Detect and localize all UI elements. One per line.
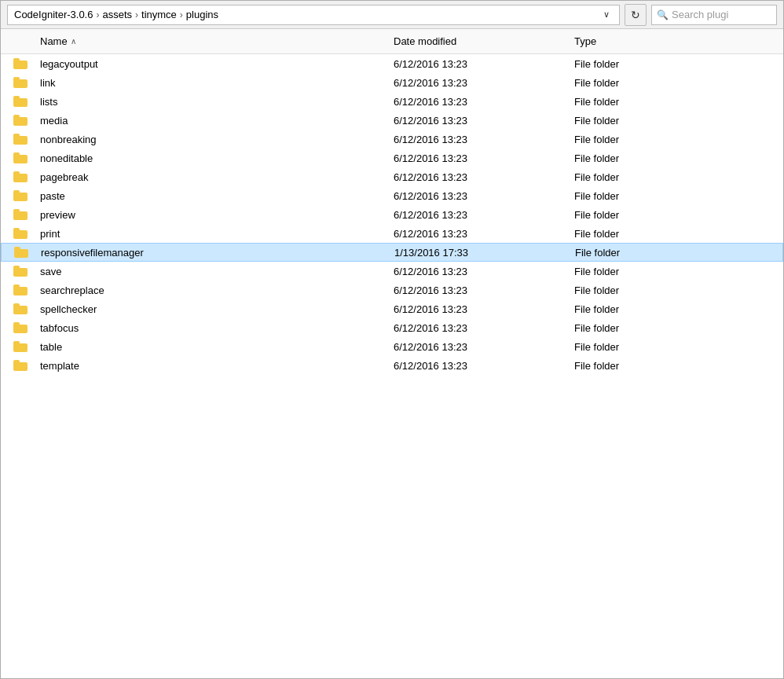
file-type: File folder bbox=[574, 190, 783, 202]
file-row[interactable]: lists6/12/2016 13:23File folder bbox=[1, 92, 783, 111]
file-name: table bbox=[40, 341, 394, 353]
file-date: 6/12/2016 13:23 bbox=[394, 96, 574, 108]
file-name: spellchecker bbox=[40, 303, 394, 315]
file-date: 6/12/2016 13:23 bbox=[394, 77, 574, 89]
file-row[interactable]: table6/12/2016 13:23File folder bbox=[1, 337, 783, 356]
file-name: pagebreak bbox=[40, 171, 394, 183]
folder-icon bbox=[1, 171, 40, 182]
search-placeholder: Search plugi bbox=[672, 9, 728, 20]
file-type: File folder bbox=[574, 134, 783, 145]
search-icon: 🔍 bbox=[657, 9, 669, 20]
file-date: 6/12/2016 13:23 bbox=[394, 171, 574, 183]
file-name: print bbox=[40, 228, 394, 240]
file-name: searchreplace bbox=[40, 284, 394, 296]
folder-icon bbox=[1, 322, 40, 333]
file-name: legacyoutput bbox=[40, 58, 394, 70]
folder-icon bbox=[1, 284, 40, 295]
search-box[interactable]: 🔍 Search plugi bbox=[651, 5, 777, 25]
breadcrumb[interactable]: CodeIgniter-3.0.6 › assets › tinymce › p… bbox=[7, 5, 620, 25]
breadcrumb-dropdown-button[interactable]: ∨ bbox=[600, 9, 613, 20]
file-row[interactable]: pagebreak6/12/2016 13:23File folder bbox=[1, 167, 783, 186]
file-type: File folder bbox=[575, 247, 782, 259]
file-type: File folder bbox=[574, 171, 783, 183]
file-date: 6/12/2016 13:23 bbox=[394, 58, 574, 70]
file-name: link bbox=[40, 77, 394, 89]
breadcrumb-sep-2: › bbox=[135, 9, 138, 20]
file-row[interactable]: print6/12/2016 13:23File folder bbox=[1, 224, 783, 243]
file-row[interactable]: media6/12/2016 13:23File folder bbox=[1, 111, 783, 130]
folder-icon bbox=[1, 58, 40, 69]
file-type: File folder bbox=[574, 360, 783, 372]
column-headers: Name ∧ Date modified Type bbox=[1, 29, 783, 54]
file-name: tabfocus bbox=[40, 322, 394, 334]
file-type: File folder bbox=[574, 266, 783, 277]
folder-icon bbox=[1, 266, 40, 277]
address-bar: CodeIgniter-3.0.6 › assets › tinymce › p… bbox=[1, 1, 783, 29]
file-type: File folder bbox=[574, 303, 783, 315]
column-name-header[interactable]: Name ∧ bbox=[1, 35, 394, 47]
file-date: 6/12/2016 13:23 bbox=[394, 266, 574, 277]
file-date: 6/12/2016 13:23 bbox=[394, 152, 574, 164]
file-type: File folder bbox=[574, 77, 783, 89]
file-name: preview bbox=[40, 209, 394, 221]
folder-icon bbox=[1, 115, 40, 126]
folder-icon bbox=[1, 341, 40, 352]
file-date: 6/12/2016 13:23 bbox=[394, 341, 574, 353]
file-date: 6/12/2016 13:23 bbox=[394, 322, 574, 334]
file-row[interactable]: noneditable6/12/2016 13:23File folder bbox=[1, 149, 783, 167]
file-type: File folder bbox=[574, 228, 783, 240]
file-date: 6/12/2016 13:23 bbox=[394, 115, 574, 127]
file-name: save bbox=[40, 266, 394, 277]
folder-icon bbox=[1, 96, 40, 107]
sort-arrow-icon: ∧ bbox=[71, 37, 76, 46]
breadcrumb-item-root[interactable]: CodeIgniter-3.0.6 bbox=[14, 9, 93, 20]
breadcrumb-item-assets[interactable]: assets bbox=[102, 9, 132, 20]
file-type: File folder bbox=[574, 152, 783, 164]
file-date: 6/12/2016 13:23 bbox=[394, 134, 574, 145]
breadcrumb-sep-3: › bbox=[180, 9, 183, 20]
file-name: paste bbox=[40, 190, 394, 202]
file-type: File folder bbox=[574, 115, 783, 127]
file-name: responsivefilemanager bbox=[41, 247, 394, 259]
file-type: File folder bbox=[574, 322, 783, 334]
file-date: 6/12/2016 13:23 bbox=[394, 190, 574, 202]
file-type: File folder bbox=[574, 341, 783, 353]
file-type: File folder bbox=[574, 58, 783, 70]
file-row[interactable]: paste6/12/2016 13:23File folder bbox=[1, 186, 783, 205]
file-list: legacyoutput6/12/2016 13:23File folderli… bbox=[1, 54, 783, 678]
file-name: lists bbox=[40, 96, 394, 108]
file-row[interactable]: searchreplace6/12/2016 13:23File folder bbox=[1, 281, 783, 299]
file-date: 1/13/2016 17:33 bbox=[394, 247, 575, 259]
folder-icon bbox=[1, 152, 40, 163]
file-name: media bbox=[40, 115, 394, 127]
file-name: template bbox=[40, 360, 394, 372]
breadcrumb-item-plugins[interactable]: plugins bbox=[186, 9, 218, 20]
folder-icon bbox=[1, 77, 40, 88]
breadcrumb-sep-1: › bbox=[96, 9, 99, 20]
folder-icon bbox=[1, 134, 40, 145]
file-date: 6/12/2016 13:23 bbox=[394, 228, 574, 240]
breadcrumb-item-tinymce[interactable]: tinymce bbox=[141, 9, 177, 20]
file-row[interactable]: responsivefilemanager1/13/2016 17:33File… bbox=[1, 243, 783, 262]
file-row[interactable]: nonbreaking6/12/2016 13:23File folder bbox=[1, 130, 783, 149]
folder-icon bbox=[1, 190, 40, 201]
file-row[interactable]: tabfocus6/12/2016 13:23File folder bbox=[1, 318, 783, 337]
file-name: noneditable bbox=[40, 152, 394, 164]
folder-icon bbox=[2, 247, 41, 258]
column-date-header[interactable]: Date modified bbox=[394, 35, 574, 47]
refresh-button[interactable]: ↻ bbox=[625, 4, 647, 26]
explorer-window: CodeIgniter-3.0.6 › assets › tinymce › p… bbox=[0, 0, 784, 679]
folder-icon bbox=[1, 209, 40, 220]
column-type-header[interactable]: Type bbox=[574, 35, 783, 47]
folder-icon bbox=[1, 228, 40, 239]
file-row[interactable]: link6/12/2016 13:23File folder bbox=[1, 73, 783, 92]
file-row[interactable]: legacyoutput6/12/2016 13:23File folder bbox=[1, 54, 783, 73]
file-row[interactable]: save6/12/2016 13:23File folder bbox=[1, 262, 783, 281]
file-row[interactable]: preview6/12/2016 13:23File folder bbox=[1, 205, 783, 224]
file-type: File folder bbox=[574, 284, 783, 296]
file-name: nonbreaking bbox=[40, 134, 394, 145]
file-date: 6/12/2016 13:23 bbox=[394, 284, 574, 296]
file-type: File folder bbox=[574, 209, 783, 221]
file-row[interactable]: spellchecker6/12/2016 13:23File folder bbox=[1, 299, 783, 318]
file-row[interactable]: template6/12/2016 13:23File folder bbox=[1, 356, 783, 375]
